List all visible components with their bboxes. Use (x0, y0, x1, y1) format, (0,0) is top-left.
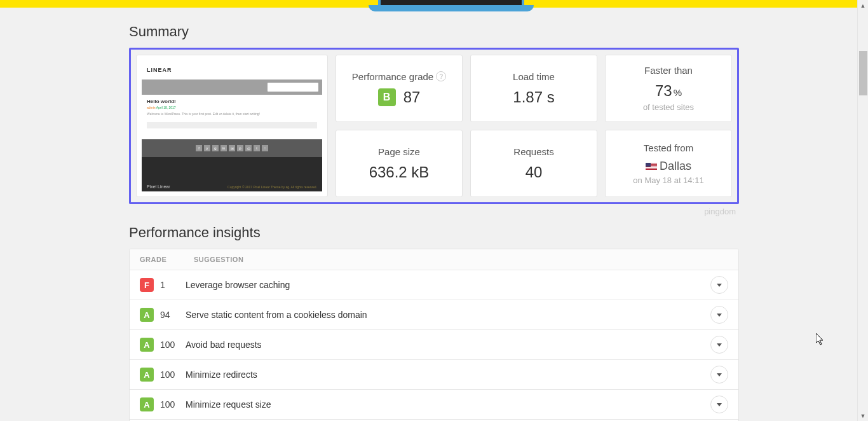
metric-label-tested: Tested from (644, 142, 693, 153)
chevron-down-icon (717, 373, 722, 376)
brand-label: pingdom (704, 207, 736, 216)
insight-suggestion-text: Minimize redirects (186, 369, 710, 380)
faster-than-value: 73% (655, 82, 682, 100)
expand-button[interactable] (710, 336, 728, 354)
insight-grade-score: 100 (160, 340, 186, 350)
metric-label-performance: Performance grade (352, 71, 433, 82)
insight-suggestion-text: Leverage browser caching (186, 280, 710, 290)
insights-header-row: Grade Suggestion (130, 249, 738, 270)
metric-requests: Requests 40 (470, 130, 597, 197)
expand-button[interactable] (710, 366, 728, 383)
expand-button[interactable] (710, 306, 728, 324)
metric-label-faster: Faster than (644, 65, 693, 76)
insight-row[interactable]: A 100 Avoid bad requests (130, 330, 738, 360)
insight-row[interactable]: A 100 Minimize redirects (130, 360, 738, 390)
laptop-illustration (369, 0, 534, 14)
screenshot-social-row: fygin✉p⊙t↑ (142, 139, 322, 157)
insight-grade-score: 100 (160, 399, 186, 410)
scroll-up-arrow[interactable]: ▲ (858, 0, 868, 11)
insight-row[interactable]: F 1 Leverage browser caching (130, 270, 738, 300)
metric-performance-grade: Performance grade ? B 87 (336, 55, 463, 122)
page-size-value: 636.2 kB (369, 163, 430, 181)
flag-us-icon (646, 163, 657, 170)
scroll-thumb[interactable] (859, 51, 867, 95)
insight-grade-score: 94 (160, 310, 186, 320)
faster-than-sub: of tested sites (643, 102, 694, 112)
insight-suggestion-text: Avoid bad requests (186, 340, 710, 350)
screenshot-post-meta: admin April 18, 2017 (147, 106, 317, 109)
metric-label-requests: Requests (513, 146, 553, 157)
scroll-down-arrow[interactable]: ▼ (858, 410, 868, 421)
insight-suggestion-text: Serve static content from a cookieless d… (186, 310, 710, 320)
chevron-down-icon (717, 284, 722, 287)
insight-grade-score: 100 (160, 369, 186, 380)
expand-button[interactable] (710, 276, 728, 294)
screenshot-search (268, 83, 318, 92)
screenshot-post-title: Hello world! (147, 99, 317, 104)
insights-title: Performance insights (129, 224, 739, 241)
metric-label-loadtime: Load time (513, 71, 555, 82)
header-grade: Grade (140, 256, 194, 263)
metric-load-time: Load time 1.87 s (470, 55, 597, 122)
metric-tested-from: Tested from Dallas on May 18 at 14:11 (605, 130, 732, 197)
summary-title: Summary (129, 24, 739, 40)
insight-grade-badge: A (140, 397, 154, 411)
chevron-down-icon (717, 343, 722, 347)
screenshot-post-text: Welcome to WordPress. This is your first… (147, 112, 317, 116)
screenshot-footer-left: Pixel Linear (147, 184, 170, 189)
chevron-down-icon (717, 403, 722, 406)
expand-button[interactable] (710, 396, 728, 413)
insight-row[interactable]: A 94 Serve static content from a cookiel… (130, 300, 738, 330)
chevron-down-icon (717, 314, 722, 317)
insight-grade-badge: F (140, 278, 154, 292)
insight-grade-score: 1 (160, 280, 186, 290)
summary-box: LINEAR Hello world! admin April 18, 2017… (129, 48, 739, 204)
metric-page-size: Page size 636.2 kB (336, 130, 463, 197)
metric-label-pagesize: Page size (378, 146, 420, 157)
insight-grade-badge: A (140, 338, 154, 352)
screenshot-footer-right: Copyright © 2017 Pixel Linear Theme by a… (227, 185, 317, 189)
help-icon[interactable]: ? (436, 71, 446, 81)
metric-faster-than: Faster than 73% of tested sites (605, 55, 732, 122)
load-time-value: 1.87 s (513, 88, 554, 106)
mouse-cursor-icon (816, 333, 826, 346)
insight-suggestion-text: Minimize request size (186, 399, 710, 410)
tested-from-timestamp: on May 18 at 14:11 (633, 176, 703, 185)
screenshot-nav (142, 79, 322, 95)
requests-value: 40 (526, 163, 543, 181)
scrollbar[interactable]: ▲ ▼ (857, 0, 868, 421)
header-suggestion: Suggestion (194, 256, 728, 263)
insights-table: Grade Suggestion F 1 Leverage browser ca… (129, 249, 739, 421)
top-yellow-bar (0, 0, 868, 8)
insight-row[interactable]: A 100 Minimize request size (130, 390, 738, 420)
insight-grade-badge: A (140, 368, 154, 382)
tested-from-location: Dallas (646, 160, 691, 173)
insight-grade-badge: A (140, 308, 154, 322)
site-screenshot[interactable]: LINEAR Hello world! admin April 18, 2017… (136, 55, 328, 197)
screenshot-logo: LINEAR (142, 60, 322, 79)
performance-grade-badge: B (378, 88, 396, 106)
performance-score: 87 (403, 88, 421, 106)
